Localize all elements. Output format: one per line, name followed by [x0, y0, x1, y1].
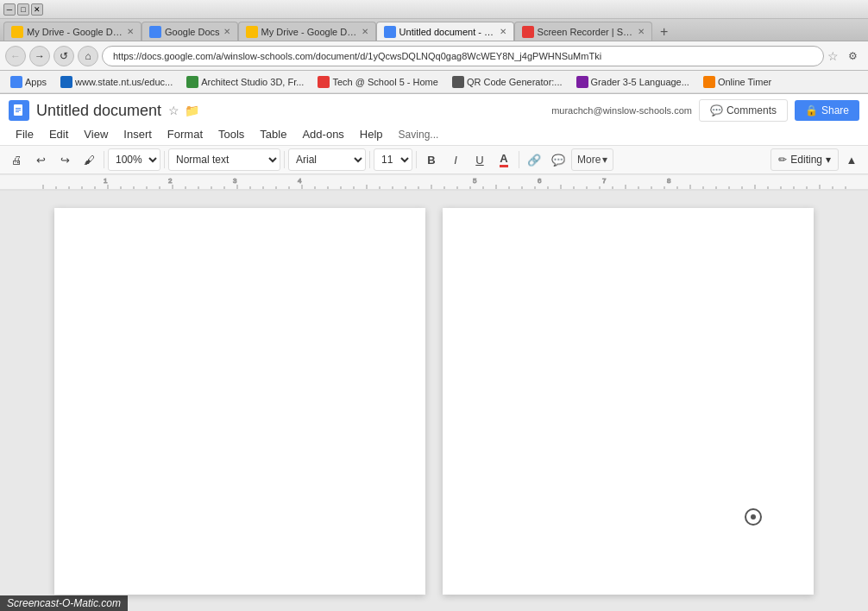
grader-favicon: [576, 76, 588, 88]
svg-text:3: 3: [233, 177, 237, 185]
svg-text:7: 7: [602, 177, 607, 185]
tab-close-2[interactable]: ✕: [223, 27, 230, 36]
menu-help[interactable]: Help: [353, 125, 390, 143]
bookmark-tech-school[interactable]: Tech @ School 5 - Home: [312, 74, 443, 90]
search-button[interactable]: ⚙: [842, 46, 863, 66]
docs-app: Untitled document ☆ 📁 murachch@winslow-s…: [0, 94, 868, 611]
close-button[interactable]: ✕: [31, 3, 43, 16]
docs-body[interactable]: [0, 191, 868, 611]
refresh-button[interactable]: ↺: [53, 46, 74, 66]
bookmark-grader[interactable]: Grader 3-5 Language...: [571, 74, 695, 90]
state-favicon: [60, 76, 72, 88]
address-input[interactable]: [102, 46, 824, 66]
tab-close-3[interactable]: ✕: [362, 27, 368, 36]
redo-button[interactable]: ↪: [53, 148, 76, 171]
tab-favicon-2: [149, 26, 161, 38]
tab-title-2: Google Docs: [165, 27, 220, 37]
docs-logo: [9, 100, 29, 121]
more-button[interactable]: More ▾: [571, 148, 613, 171]
tab-screen-recorder[interactable]: Screen Recorder | Scree... ✕: [514, 22, 652, 41]
architect-favicon: [186, 76, 198, 88]
tab-title-3: My Drive - Google Drive: [261, 27, 358, 37]
editing-mode-button[interactable]: ✏ Editing ▾: [771, 148, 839, 171]
menu-edit[interactable]: Edit: [42, 125, 75, 143]
tab-close-5[interactable]: ✕: [638, 27, 645, 36]
more-chevron-icon: ▾: [602, 154, 607, 166]
undo-button[interactable]: ↩: [29, 148, 52, 171]
cursor-indicator: [745, 508, 762, 526]
svg-text:6: 6: [538, 177, 542, 185]
qr-favicon: [452, 76, 464, 88]
new-tab-button[interactable]: +: [656, 23, 673, 41]
minimize-button[interactable]: ─: [3, 3, 16, 16]
maximize-button[interactable]: □: [17, 3, 29, 16]
pencil-icon: ✏: [778, 154, 787, 166]
bookmark-architect[interactable]: Architect Studio 3D, Fr...: [181, 74, 309, 90]
bookmark-state[interactable]: www.state.nt.us/educ...: [55, 74, 178, 90]
tab-google-docs[interactable]: Google Docs ✕: [142, 22, 238, 41]
toolbar-divider-5: [416, 151, 417, 168]
folder-icon[interactable]: 📁: [185, 104, 199, 117]
text-color-icon: A: [500, 152, 507, 167]
collapse-toolbar-button[interactable]: ▲: [840, 148, 863, 171]
toolbar-divider-1: [104, 151, 104, 168]
tab-my-drive-2[interactable]: My Drive - Google Drive ✕: [238, 22, 376, 41]
tab-close-4[interactable]: ✕: [500, 27, 506, 36]
svg-rect-2: [16, 110, 21, 110]
menu-view[interactable]: View: [77, 125, 115, 143]
tab-close-1[interactable]: ✕: [127, 27, 134, 36]
toolbar-divider-2: [164, 151, 165, 168]
document-page-1[interactable]: [54, 208, 425, 595]
docs-toolbar: 🖨 ↩ ↪ 🖌 100% 75% 125% 150% Normal text H…: [0, 145, 868, 174]
italic-button[interactable]: I: [444, 148, 467, 171]
document-page-2[interactable]: [443, 208, 814, 595]
font-select[interactable]: Arial Times New Roman Verdana Georgia: [288, 148, 366, 171]
bookmark-timer[interactable]: Online Timer: [698, 74, 777, 90]
tab-title-1: My Drive - Google Drive: [27, 27, 123, 37]
star-icon[interactable]: ☆: [168, 104, 179, 117]
tab-untitled-doc[interactable]: Untitled document - Goo... ✕: [376, 22, 514, 41]
underline-button[interactable]: U: [469, 148, 491, 171]
menu-insert[interactable]: Insert: [116, 125, 159, 143]
comments-button[interactable]: 💬 Comments: [699, 99, 788, 122]
style-select[interactable]: Normal text Heading 1 Heading 2 Heading …: [168, 148, 280, 171]
tech-school-favicon: [318, 76, 330, 88]
forward-button[interactable]: →: [29, 46, 50, 66]
paint-format-button[interactable]: 🖌: [78, 148, 100, 171]
menu-tools[interactable]: Tools: [211, 125, 251, 143]
doc-page-2-content: [443, 208, 814, 595]
more-label: More: [577, 154, 601, 166]
share-label: Share: [821, 104, 849, 117]
print-button[interactable]: 🖨: [5, 148, 28, 171]
bookmark-tech-label: Tech @ School 5 - Home: [332, 77, 437, 87]
bookmark-star-icon[interactable]: ☆: [827, 49, 839, 63]
menu-file[interactable]: File: [9, 125, 41, 143]
back-button[interactable]: ←: [5, 46, 26, 66]
menu-table[interactable]: Table: [253, 125, 293, 143]
docs-header-right: murachch@winslow-schools.com 💬 Comments …: [551, 99, 859, 122]
cursor-dot: [751, 514, 756, 520]
home-button[interactable]: ⌂: [78, 46, 98, 66]
menu-format[interactable]: Format: [160, 125, 210, 143]
editing-label: Editing: [790, 154, 822, 166]
comment-button[interactable]: 💬: [547, 148, 569, 171]
bold-button[interactable]: B: [420, 148, 443, 171]
bookmark-apps[interactable]: Apps: [5, 74, 52, 90]
comments-icon: 💬: [710, 104, 723, 117]
bookmark-qr[interactable]: QR Code Generator:...: [447, 74, 568, 90]
link-button[interactable]: 🔗: [523, 148, 545, 171]
menu-addons[interactable]: Add-ons: [295, 125, 350, 143]
document-title[interactable]: Untitled document: [36, 102, 161, 120]
tab-favicon-4: [384, 26, 396, 38]
text-color-button[interactable]: A: [493, 148, 515, 171]
zoom-select[interactable]: 100% 75% 125% 150%: [108, 148, 160, 171]
screencast-watermark: Screencast-O-Matic.com: [0, 595, 128, 611]
tab-favicon-1: [11, 26, 23, 38]
tab-my-drive-1[interactable]: My Drive - Google Drive ✕: [3, 22, 142, 41]
svg-text:5: 5: [473, 177, 477, 185]
docs-menubar: File Edit View Insert Format Tools Table…: [0, 123, 868, 145]
editing-chevron-icon: ▾: [826, 154, 831, 166]
share-button[interactable]: 🔒 Share: [795, 100, 859, 121]
svg-rect-4: [0, 174, 868, 190]
font-size-select[interactable]: 11 8 9 10 12 14 18 24 36: [374, 148, 412, 171]
